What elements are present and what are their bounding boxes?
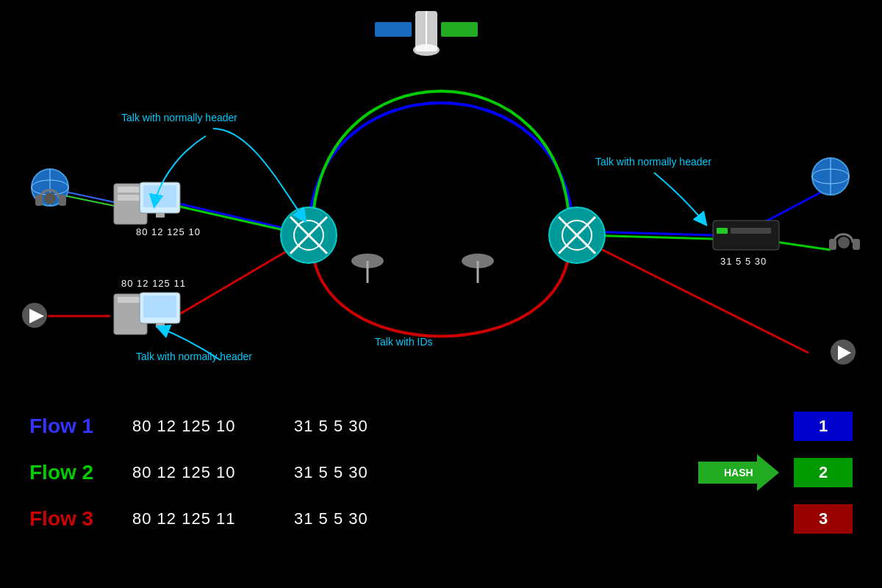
annotation-arrow-topleft bbox=[213, 129, 305, 220]
flow1-dst: 31 5 5 30 bbox=[294, 417, 426, 436]
headset-right bbox=[838, 237, 850, 248]
left-monitor1-stand bbox=[156, 213, 165, 218]
headset-left bbox=[44, 193, 56, 204]
left-monitor2-stand bbox=[156, 323, 165, 328]
right-device bbox=[713, 220, 779, 250]
headset-right-ear2 bbox=[853, 239, 860, 250]
annotation-text-ids: Talk with IDs bbox=[375, 336, 433, 348]
flow2-src: 80 12 125 10 bbox=[132, 463, 294, 482]
flow1-id-box: 1 bbox=[794, 412, 853, 441]
flow2-dst: 31 5 5 30 bbox=[294, 463, 426, 482]
annotation-text-bottomleft: Talk with normally header bbox=[136, 351, 252, 362]
flow3-label: Flow 3 bbox=[29, 507, 132, 531]
flow1-src: 80 12 125 10 bbox=[132, 417, 294, 436]
flow1-hash-area: 1 bbox=[720, 412, 853, 441]
flow2-id-box: 2 bbox=[794, 458, 853, 487]
right-device-ports bbox=[731, 228, 771, 234]
annotation-text-topleft: Talk with normally header bbox=[121, 112, 237, 123]
left-bottom-label: 80 12 125 11 bbox=[121, 278, 186, 289]
left-red-line bbox=[176, 243, 301, 316]
annotation-text-topright: Talk with normally header bbox=[595, 156, 711, 168]
flow3-hash-area: 3 bbox=[698, 504, 853, 534]
flow2-label: Flow 2 bbox=[29, 461, 132, 484]
right-red-line bbox=[588, 243, 808, 353]
left-monitor2-screen bbox=[143, 295, 176, 318]
right-label: 31 5 5 30 bbox=[720, 256, 767, 267]
headset-left-ear2 bbox=[59, 195, 66, 206]
flow1-label: Flow 1 bbox=[29, 415, 132, 438]
legend-row-2: Flow 2 80 12 125 10 31 5 5 30 HASH 2 bbox=[29, 454, 853, 491]
left-top-label: 80 12 125 10 bbox=[136, 226, 201, 237]
annotation-arrow-topright bbox=[654, 173, 706, 224]
flow3-src: 80 12 125 11 bbox=[132, 509, 294, 528]
right-device-light bbox=[717, 228, 728, 234]
satellite-panel-right bbox=[441, 22, 478, 37]
flow1-arc bbox=[309, 103, 573, 235]
hash-label: HASH bbox=[724, 467, 753, 478]
flow3-id-box: 3 bbox=[794, 504, 853, 534]
headset-right-ear1 bbox=[829, 239, 836, 250]
legend-row-3: Flow 3 80 12 125 11 31 5 5 30 3 bbox=[29, 504, 853, 534]
legend-row-1: Flow 1 80 12 125 10 31 5 5 30 1 bbox=[29, 412, 853, 441]
hash-arrow-svg: HASH bbox=[698, 454, 779, 491]
network-diagram: 80 12 125 10 80 12 125 11 31 5 5 30 bbox=[0, 0, 882, 397]
flow2-arc bbox=[312, 91, 570, 232]
legend-section: Flow 1 80 12 125 10 31 5 5 30 1 Flow 2 8… bbox=[0, 397, 882, 588]
diagram-svg: 80 12 125 10 80 12 125 11 31 5 5 30 bbox=[0, 0, 882, 397]
satellite-panel-left bbox=[375, 22, 412, 37]
flow3-dst: 31 5 5 30 bbox=[294, 509, 426, 528]
flow2-hash-area: HASH 2 bbox=[698, 454, 853, 491]
headset-left-ear bbox=[35, 195, 43, 206]
flow3-arc-bottom bbox=[312, 243, 570, 337]
